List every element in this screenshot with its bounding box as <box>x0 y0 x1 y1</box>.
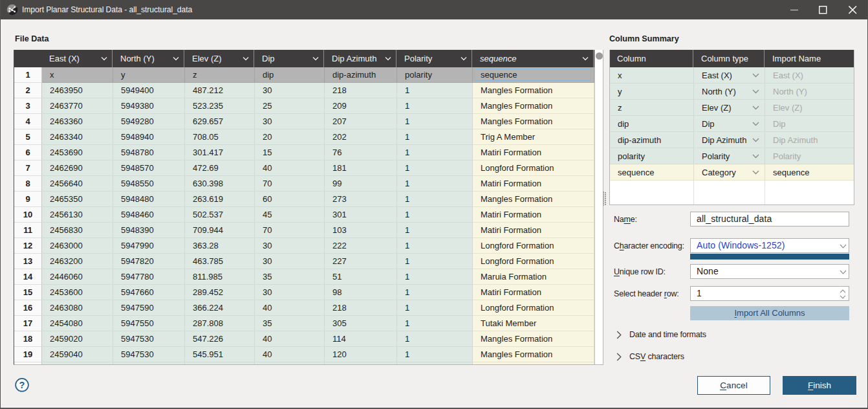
svg-text:?: ? <box>19 380 25 390</box>
